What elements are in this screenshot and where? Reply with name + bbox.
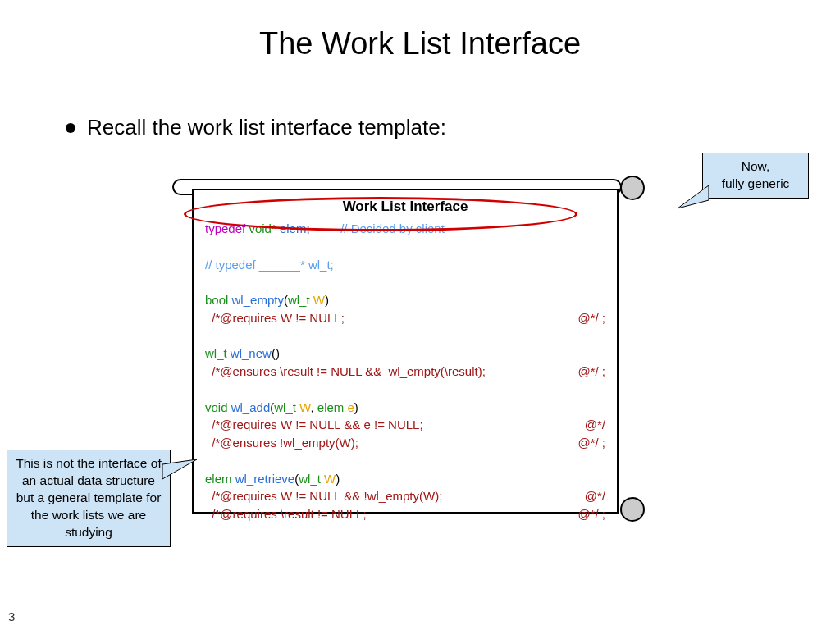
fn: wl_add — [231, 400, 271, 414]
paren: ) — [325, 293, 329, 307]
req: /*@requires W != NULL && e != NULL; — [205, 418, 423, 431]
callout-generic: Now, fully generic — [702, 153, 809, 199]
scroll-curl-bottom — [620, 497, 645, 522]
slide: The Work List Interface Recall the work … — [0, 0, 840, 630]
sig-wl-new: wl_t wl_new() — [205, 345, 605, 363]
code-line-typedef: typedef void* elem; // Decided by client — [205, 220, 605, 238]
sig-wl-retrieve: elem wl_retrieve(wl_t W) — [205, 470, 605, 488]
ret: wl_t — [205, 346, 227, 360]
req: /*@requires \result != NULL; — [205, 507, 367, 521]
page-number: 3 — [8, 609, 15, 623]
code-box: Work List Interface typedef void* elem; … — [192, 189, 619, 514]
req-end: @*/ — [585, 487, 605, 505]
svg-marker-1 — [162, 459, 197, 479]
req: /*@requires W != NULL; — [205, 311, 345, 325]
fn: wl_empty — [232, 293, 284, 307]
ens-end: @*/ ; — [578, 434, 605, 452]
ret: void — [205, 400, 228, 414]
blank — [205, 238, 605, 256]
blank — [205, 452, 605, 470]
callout-generic-text: Now, fully generic — [722, 159, 790, 190]
pn2: e — [347, 400, 354, 414]
ens: /*@ensures \result != NULL && wl_empty(\… — [205, 364, 486, 378]
bullet-marker — [66, 123, 75, 133]
comma: , — [310, 400, 317, 414]
sig-wl-empty: bool wl_empty(wl_t W) — [205, 291, 605, 309]
req-end: @*/ — [585, 416, 605, 434]
code-title: Work List Interface — [205, 199, 605, 215]
code-scroll: Work List Interface typedef void* elem; … — [192, 179, 632, 518]
req: /*@requires W != NULL && !wl_empty(W); — [205, 489, 442, 503]
callout-template-text: This is not the interface of an actual d… — [16, 456, 161, 539]
sig-wl-add: void wl_add(wl_t W, elem e) — [205, 399, 605, 417]
pt: wl_t — [274, 400, 296, 414]
pt2: elem — [317, 400, 345, 414]
blank — [205, 381, 605, 399]
contract-line: /*@requires W != NULL;@*/ ; — [205, 309, 605, 327]
blank — [205, 273, 605, 291]
kw-typedef: typedef — [205, 221, 245, 235]
callout-template-note: This is not the interface of an actual d… — [7, 450, 171, 547]
ens-end: @*/ ; — [578, 363, 605, 381]
scroll-curl-top — [620, 176, 645, 200]
code-line-typedef-comment: // typedef ______* wl_t; — [205, 256, 605, 274]
type-voidptr: void* — [249, 221, 276, 235]
svg-marker-0 — [678, 185, 709, 208]
paren: ) — [354, 400, 358, 414]
ret: bool — [205, 293, 228, 307]
comment-client: // Decided by client — [340, 221, 445, 235]
contract-line: /*@requires \result != NULL;@*/ ; — [205, 505, 605, 523]
pn: W — [299, 400, 310, 414]
slide-title: The Work List Interface — [0, 26, 840, 62]
fn: wl_retrieve — [235, 472, 295, 486]
pn: W — [313, 293, 325, 307]
contract-line: /*@ensures !wl_empty(W);@*/ ; — [205, 434, 605, 452]
paren: () — [272, 346, 280, 360]
contract-line: /*@ensures \result != NULL && wl_empty(\… — [205, 363, 605, 381]
pt: wl_t — [288, 293, 310, 307]
bullet-item: Recall the work list interface template: — [66, 115, 446, 140]
paren: ) — [336, 472, 340, 486]
pt: wl_t — [299, 472, 321, 486]
contract-line: /*@requires W != NULL && e != NULL;@*/ — [205, 416, 605, 434]
blank — [205, 327, 605, 345]
req-end: @*/ ; — [578, 309, 605, 327]
bullet-text: Recall the work list interface template: — [87, 115, 446, 140]
contract-line: /*@requires W != NULL && !wl_empty(W);@*… — [205, 487, 605, 505]
ens: /*@ensures !wl_empty(W); — [205, 436, 358, 450]
callout-tail-left — [162, 459, 199, 484]
callout-tail-right — [676, 185, 709, 210]
semi: ; — [306, 221, 309, 235]
type-elem: elem — [280, 221, 307, 235]
pn: W — [324, 472, 336, 486]
fn: wl_new — [231, 346, 272, 360]
req-end: @*/ ; — [578, 505, 605, 523]
ret: elem — [205, 472, 232, 486]
